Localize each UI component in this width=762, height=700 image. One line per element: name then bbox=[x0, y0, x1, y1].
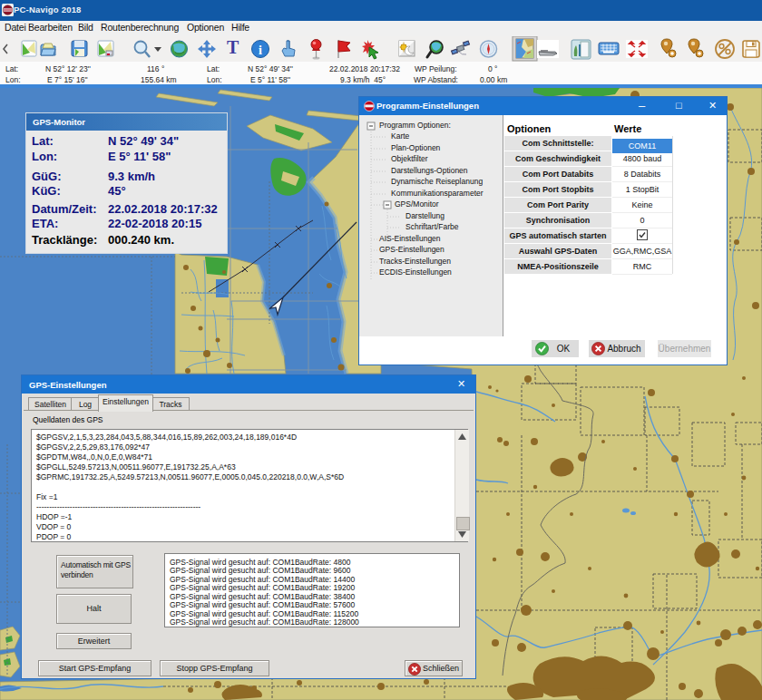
svg-text:i: i bbox=[259, 44, 262, 57]
svg-text:T: T bbox=[227, 37, 239, 57]
